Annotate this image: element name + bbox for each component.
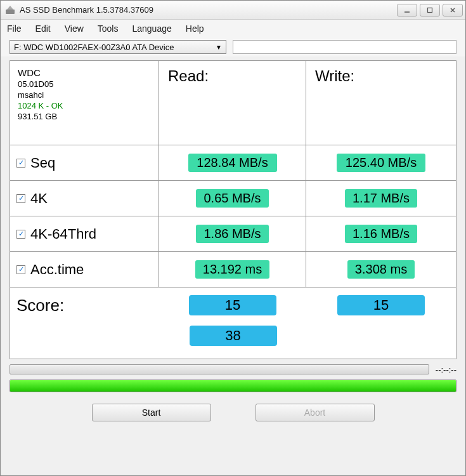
action-buttons: Start Abort xyxy=(10,396,456,424)
4k-write-value: 1.17 MB/s xyxy=(345,189,417,208)
acctime-write-value: 3.308 ms xyxy=(347,260,415,279)
seq-read-value: 128.84 MB/s xyxy=(188,154,277,172)
minimize-button[interactable] xyxy=(397,4,417,17)
device-vendor: WDC xyxy=(18,67,41,78)
4k64-label: 4K-64Thrd xyxy=(30,226,96,242)
4k64-read-value: 1.86 MB/s xyxy=(196,225,268,243)
menu-edit[interactable]: Edit xyxy=(36,23,51,34)
score-read-value: 15 xyxy=(189,295,276,315)
menu-view[interactable]: View xyxy=(65,23,84,34)
menu-help[interactable]: Help xyxy=(186,23,204,34)
4k64-row: 4K-64Thrd 1.86 MB/s 1.16 MB/s xyxy=(10,216,456,252)
device-size: 931.51 GB xyxy=(18,112,57,121)
overall-progress-fill xyxy=(10,380,456,392)
device-firmware: 05.01D05 xyxy=(18,79,53,89)
seq-row: Seq 128.84 MB/s 125.40 MB/s xyxy=(10,145,456,181)
acctime-label: Acc.time xyxy=(30,261,84,278)
window-controls xyxy=(397,4,463,17)
overall-progress-bar xyxy=(10,380,456,392)
app-window: AS SSD Benchmark 1.5.3784.37609 File Edi… xyxy=(0,0,466,476)
menu-language[interactable]: Language xyxy=(132,23,171,34)
menu-file[interactable]: File xyxy=(7,23,22,34)
score-total-value: 38 xyxy=(190,326,277,346)
4k64-checkbox[interactable] xyxy=(16,230,25,239)
device-dropdown[interactable]: F: WDC WD1002FAEX-00Z3A0 ATA Device ▼ xyxy=(10,40,226,54)
maximize-button[interactable] xyxy=(420,4,440,17)
device-selected-label: F: WDC WD1002FAEX-00Z3A0 ATA Device xyxy=(14,43,174,52)
4k-label: 4K xyxy=(30,190,48,207)
menubar: File Edit View Tools Language Help xyxy=(1,20,465,37)
device-driver: msahci xyxy=(18,90,44,100)
4k-read-value: 0.65 MB/s xyxy=(196,189,268,208)
4k64-write-value: 1.16 MB/s xyxy=(345,225,417,243)
score-label: Score: xyxy=(10,288,159,323)
app-icon xyxy=(4,4,16,16)
acctime-read-value: 13.192 ms xyxy=(195,260,269,279)
close-button[interactable] xyxy=(443,4,463,17)
acctime-checkbox[interactable] xyxy=(16,265,25,274)
seq-label: Seq xyxy=(30,155,55,171)
score-row: Score: 15 15 38 xyxy=(10,288,456,359)
content-area: WDC 05.01D05 msahci 1024 K - OK 931.51 G… xyxy=(1,56,465,475)
start-button[interactable]: Start xyxy=(92,404,211,421)
svg-rect-2 xyxy=(428,8,432,12)
score-write-value: 15 xyxy=(337,295,425,315)
header-row: WDC 05.01D05 msahci 1024 K - OK 931.51 G… xyxy=(10,61,456,145)
4k-row: 4K 0.65 MB/s 1.17 MB/s xyxy=(10,181,456,216)
seq-write-value: 125.40 MB/s xyxy=(337,154,425,172)
path-input[interactable] xyxy=(233,40,456,54)
test-progress-row: --:--:-- xyxy=(10,363,456,376)
chevron-down-icon: ▼ xyxy=(216,44,222,51)
device-alignment: 1024 K - OK xyxy=(18,101,63,110)
svg-rect-0 xyxy=(6,10,15,14)
window-title: AS SSD Benchmark 1.5.3784.37609 xyxy=(20,5,397,15)
titlebar[interactable]: AS SSD Benchmark 1.5.3784.37609 xyxy=(1,1,465,20)
4k-checkbox[interactable] xyxy=(16,194,25,203)
read-header: Read: xyxy=(159,61,306,145)
toolbar: F: WDC WD1002FAEX-00Z3A0 ATA Device ▼ xyxy=(1,37,465,56)
acctime-row: Acc.time 13.192 ms 3.308 ms xyxy=(10,252,456,288)
write-header: Write: xyxy=(306,61,456,145)
menu-tools[interactable]: Tools xyxy=(98,23,119,34)
seq-checkbox[interactable] xyxy=(16,159,25,168)
abort-button[interactable]: Abort xyxy=(256,404,375,421)
elapsed-time: --:--:-- xyxy=(436,365,456,374)
device-info-cell: WDC 05.01D05 msahci 1024 K - OK 931.51 G… xyxy=(10,61,159,145)
results-table: WDC 05.01D05 msahci 1024 K - OK 931.51 G… xyxy=(10,60,456,359)
test-progress-bar xyxy=(10,364,429,374)
